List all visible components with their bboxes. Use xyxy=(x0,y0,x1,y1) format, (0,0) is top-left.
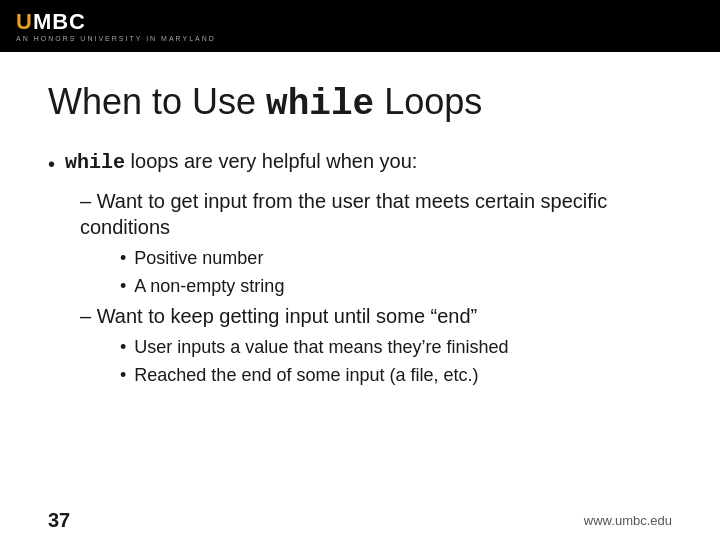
slide-footer: 37 www.umbc.edu xyxy=(48,509,672,532)
umbc-u-letter: U xyxy=(16,9,33,34)
title-prefix: When to Use xyxy=(48,81,266,122)
umbc-subtitle: AN HONORS UNIVERSITY IN MARYLAND xyxy=(16,35,216,42)
sub-bullet-dot-4: • xyxy=(120,363,126,387)
sub-sub-bullet-2: • A non-empty string xyxy=(120,274,672,298)
sub-sub-bullet-3: • User inputs a value that means they’re… xyxy=(120,335,672,359)
sub-bullet-dot-1: • xyxy=(120,246,126,270)
umbc-logo-text: UMBC xyxy=(16,11,86,33)
dash-bullet-1: – Want to get input from the user that m… xyxy=(80,188,672,240)
sub-bullet-dot-2: • xyxy=(120,274,126,298)
slide-content: When to Use while Loops • while loops ar… xyxy=(0,52,720,411)
bullet-section: • while loops are very helpful when you:… xyxy=(48,150,672,387)
main-bullet-1: • while loops are very helpful when you: xyxy=(48,150,672,178)
sub-sub-bullet-1: • Positive number xyxy=(120,246,672,270)
bullet1-code: while xyxy=(65,151,125,174)
umbc-rest: MBC xyxy=(33,9,86,34)
title-code: while xyxy=(266,84,374,125)
header-bar: UMBC AN HONORS UNIVERSITY IN MARYLAND xyxy=(0,0,720,52)
sub-sub-text-2: A non-empty string xyxy=(134,274,284,298)
slide-number: 37 xyxy=(48,509,70,532)
sub-sub-text-1: Positive number xyxy=(134,246,263,270)
sub-sub-bullet-4: • Reached the end of some input (a file,… xyxy=(120,363,672,387)
sub-bullet-dot-3: • xyxy=(120,335,126,359)
sub-sub-text-3: User inputs a value that means they’re f… xyxy=(134,335,508,359)
sub-sub-text-4: Reached the end of some input (a file, e… xyxy=(134,363,478,387)
bullet1-content: while loops are very helpful when you: xyxy=(65,150,417,174)
dash-bullet-2: – Want to keep getting input until some … xyxy=(80,303,672,329)
title-suffix: Loops xyxy=(374,81,482,122)
footer-url: www.umbc.edu xyxy=(584,513,672,528)
umbc-logo: UMBC AN HONORS UNIVERSITY IN MARYLAND xyxy=(16,11,216,42)
bullet1-text: loops are very helpful when you: xyxy=(125,150,417,172)
bullet-dot-1: • xyxy=(48,150,55,178)
slide-title: When to Use while Loops xyxy=(48,80,672,126)
